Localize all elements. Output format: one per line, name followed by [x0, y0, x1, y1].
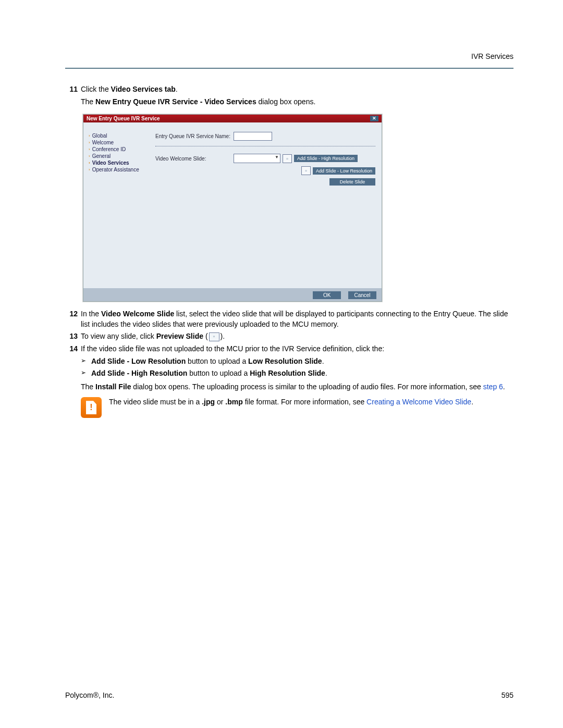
link-step-6[interactable]: step 6 — [483, 382, 503, 391]
step-number: 13 — [65, 331, 81, 342]
text: The — [81, 97, 95, 106]
header-divider — [65, 68, 513, 69]
sidebar-item-general[interactable]: ›General — [89, 153, 147, 159]
sidebar-item-global[interactable]: ›Global — [89, 133, 147, 139]
text-bold: Add Slide - High Resolution — [91, 369, 187, 377]
note-block: ! The video slide must be in a .jpg or .… — [81, 397, 513, 418]
text: button to upload a — [186, 357, 248, 365]
header-section: IVR Services — [471, 52, 513, 60]
text-bold: Video Welcome Slide — [101, 310, 174, 318]
panel-divider — [155, 146, 375, 146]
arrow-icon: › — [89, 161, 90, 165]
dialog-title: New Entry Queue IVR Service — [87, 116, 160, 121]
ok-button[interactable]: OK — [313, 291, 341, 299]
text: ). — [221, 332, 225, 340]
sidebar-label: Global — [92, 133, 107, 139]
text-bold: Preview Slide — [156, 332, 203, 340]
service-name-label: Entry Queue IVR Service Name: — [155, 133, 234, 139]
delete-slide-button[interactable]: Delete Slide — [329, 178, 375, 186]
step-number: 11 — [65, 84, 81, 95]
sidebar-label: Video Services — [92, 160, 129, 166]
preview-slide-icon[interactable]: ▫ — [301, 166, 311, 175]
page-footer: Polycom®, Inc. 595 — [65, 691, 513, 699]
sidebar-label: Operator Assistance — [92, 167, 139, 172]
step-13: 13 To view any slide, click Preview Slid… — [65, 331, 513, 342]
sidebar-label: General — [92, 153, 111, 159]
sidebar-item-video-services[interactable]: ›Video Services — [89, 160, 147, 166]
note-icon-glyph: ! — [90, 403, 92, 412]
text: button to upload a — [187, 369, 250, 377]
text: To view any slide, click — [81, 332, 156, 340]
text-bold: New Entry Queue IVR Service - Video Serv… — [95, 97, 256, 106]
text: . — [471, 398, 473, 406]
welcome-slide-select[interactable] — [234, 154, 280, 163]
text-bold: Video Services tab — [111, 85, 176, 93]
step-number: 14 — [65, 344, 81, 354]
arrow-icon: › — [89, 140, 90, 145]
step-12: 12 In the Video Welcome Slide list, sele… — [65, 309, 513, 329]
text: . — [503, 382, 505, 391]
preview-slide-icon[interactable]: ▫ — [283, 154, 292, 163]
link-creating-welcome-slide[interactable]: Creating a Welcome Video Slide — [366, 398, 471, 406]
footer-company: Polycom®, Inc. — [65, 691, 114, 699]
bullet-icon: ➢ — [81, 368, 91, 379]
step-14: 14 If the video slide file was not uploa… — [65, 344, 513, 354]
text: dialog box opens. — [256, 97, 316, 106]
sidebar-item-welcome[interactable]: ›Welcome — [89, 140, 147, 145]
step-11-line2: The New Entry Queue IVR Service - Video … — [81, 97, 513, 107]
bullet-high-res: ➢ Add Slide - High Resolution button to … — [81, 368, 513, 379]
text: or — [215, 398, 225, 406]
note-icon: ! — [81, 397, 102, 418]
add-slide-low-button[interactable]: Add Slide - Low Resolution — [313, 167, 375, 175]
text-bold: .jpg — [202, 398, 215, 406]
text-bold: High Resolution Slide — [250, 369, 325, 377]
text: Click the — [81, 85, 111, 93]
step-number: 12 — [65, 309, 81, 329]
bullet-low-res: ➢ Add Slide - Low Resolution button to u… — [81, 356, 513, 367]
text: ( — [203, 332, 208, 340]
text: The video slide must be in a — [109, 398, 202, 406]
footer-page-number: 595 — [501, 691, 513, 699]
text-bold: Add Slide - Low Resolution — [91, 357, 186, 365]
preview-slide-icon: ▫ — [209, 332, 219, 341]
arrow-icon: › — [89, 133, 90, 138]
text: . — [325, 369, 327, 377]
text: In the — [81, 310, 101, 318]
text-bold: Low Resolution Slide — [248, 357, 322, 365]
dialog-titlebar: New Entry Queue IVR Service ✕ — [83, 115, 382, 122]
text-bold: .bmp — [225, 398, 242, 406]
dialog-sidebar: ›Global ›Welcome ›Conference ID ›General… — [83, 122, 150, 288]
dialog-panel: Entry Queue IVR Service Name: Video Welc… — [150, 122, 382, 288]
dialog-footer: OK Cancel — [83, 288, 382, 301]
service-name-input[interactable] — [234, 132, 272, 141]
dialog-screenshot: New Entry Queue IVR Service ✕ ›Global ›W… — [83, 114, 382, 302]
sidebar-item-conference-id[interactable]: ›Conference ID — [89, 146, 147, 152]
sidebar-item-operator-assistance[interactable]: ›Operator Assistance — [89, 167, 147, 172]
text: dialog box opens. The uploading process … — [131, 382, 483, 391]
arrow-icon: › — [89, 154, 90, 158]
text: file format. For more information, see — [243, 398, 366, 406]
text: The — [81, 382, 95, 391]
sidebar-label: Conference ID — [92, 146, 126, 152]
text-bold: Install File — [95, 382, 131, 391]
close-icon[interactable]: ✕ — [370, 116, 378, 121]
text: If the video slide file was not uploaded… — [81, 344, 384, 353]
welcome-slide-label: Video Welcome Slide: — [155, 156, 234, 162]
arrow-icon: › — [89, 147, 90, 152]
text: . — [176, 85, 178, 93]
cancel-button[interactable]: Cancel — [348, 291, 376, 299]
step-14-after: The Install File dialog box opens. The u… — [81, 382, 513, 392]
text: . — [322, 357, 324, 365]
sidebar-label: Welcome — [92, 140, 114, 145]
add-slide-high-button[interactable]: Add Slide - High Resolution — [294, 155, 358, 162]
step-11: 11 Click the Video Services tab. — [65, 84, 513, 95]
arrow-icon: › — [89, 167, 90, 172]
bullet-icon: ➢ — [81, 356, 91, 367]
